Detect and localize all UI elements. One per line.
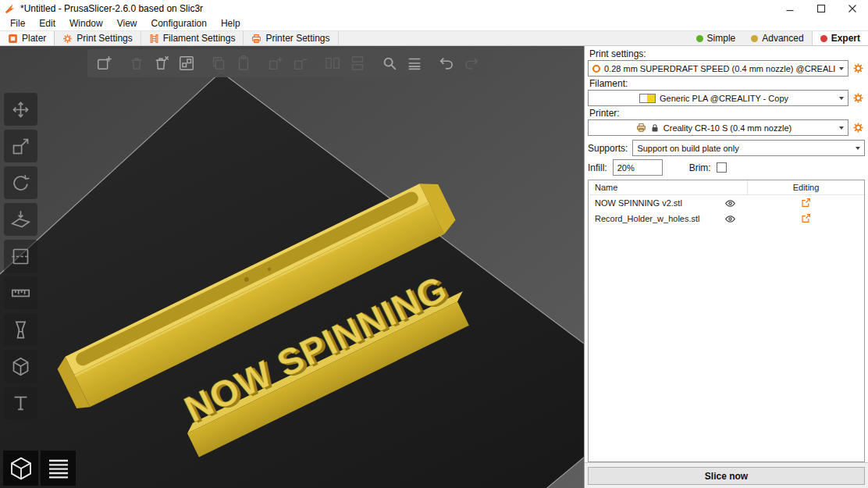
lock-icon	[650, 123, 660, 133]
filament-label: Filament:	[589, 78, 865, 89]
chevron-down-icon	[856, 147, 860, 150]
filament-spool-icon	[149, 34, 159, 44]
supports-combo[interactable]: Support on build plate only	[632, 140, 865, 156]
edit-icon[interactable]	[801, 198, 811, 209]
split-to-parts-button[interactable]	[345, 52, 370, 75]
title-bar: *Untitled - PrusaSlicer-2.6.0 based on S…	[0, 0, 868, 16]
tab-filament-settings[interactable]: Filament Settings	[141, 31, 244, 45]
close-button[interactable]	[837, 0, 868, 16]
top-toolbar	[87, 49, 489, 77]
close-icon	[848, 4, 857, 13]
menu-configuration[interactable]: Configuration	[144, 18, 214, 29]
place-on-face-tool-button[interactable]	[4, 203, 37, 236]
printer-preset-icon	[636, 123, 646, 133]
mode-switcher: Simple Advanced Expert	[688, 31, 868, 45]
layers-view-icon	[46, 456, 71, 481]
printer-combo[interactable]: Creality CR-10 S (0.4 mm nozzle)	[588, 119, 848, 136]
infill-combo[interactable]: 20%	[613, 159, 663, 176]
app-logo-icon	[5, 3, 16, 14]
layers-view-button[interactable]	[41, 451, 76, 486]
eye-icon[interactable]	[724, 198, 736, 209]
redo-button[interactable]	[459, 52, 484, 75]
paint-supports-tool-button[interactable]	[4, 313, 37, 346]
prusaslicer-window: *Untitled - PrusaSlicer-2.6.0 based on S…	[0, 0, 868, 488]
move-tool-button[interactable]	[4, 93, 37, 126]
maximize-icon	[816, 4, 826, 13]
chevron-down-icon	[839, 126, 844, 130]
arrange-button[interactable]	[174, 52, 199, 75]
object-list-panel: Name Editing NOW SPINNING v2.stl	[588, 180, 865, 462]
supports-label: Supports:	[588, 143, 628, 154]
menu-window[interactable]: Window	[62, 18, 110, 29]
edit-icon[interactable]	[801, 213, 811, 225]
expert-mode-dot-icon	[820, 35, 827, 42]
scale-tool-button[interactable]	[4, 130, 37, 162]
add-instance-button[interactable]	[263, 52, 288, 75]
delete-button[interactable]	[124, 52, 149, 75]
sidebar: Print settings: 0.28 mm SUPERDRAFT SPEED…	[584, 46, 868, 488]
print-preset-icon	[592, 65, 600, 73]
printer-icon	[251, 34, 261, 44]
maximize-button[interactable]	[806, 0, 837, 16]
printer-label: Printer:	[589, 108, 865, 119]
eye-icon[interactable]	[724, 213, 736, 225]
object-list-header: Name Editing	[589, 180, 864, 195]
cut-tool-button[interactable]	[4, 240, 37, 272]
3d-viewport[interactable]: NOW SPINNING NOW SPINNING	[0, 46, 584, 488]
split-to-objects-button[interactable]	[320, 52, 345, 75]
print-settings-gear-button[interactable]	[852, 62, 865, 75]
undo-button[interactable]	[434, 52, 459, 75]
brim-checkbox[interactable]	[717, 162, 727, 173]
view-mode-buttons	[3, 451, 76, 486]
tab-plater[interactable]: Plater	[0, 31, 55, 45]
tab-bar: Plater Print Settings Filament Settings …	[0, 30, 868, 46]
slice-now-button[interactable]: Slice now	[588, 467, 865, 485]
object-row[interactable]: Record_Holder_w_holes.stl	[589, 211, 864, 226]
mode-simple[interactable]: Simple	[688, 31, 744, 45]
left-toolbar	[4, 93, 37, 419]
simple-mode-dot-icon	[696, 35, 703, 42]
solid-view-cube-icon	[9, 456, 34, 481]
printer-gear-button[interactable]	[852, 121, 865, 134]
sidebar-footer: Slice now	[585, 462, 868, 488]
variable-layer-height-button[interactable]	[402, 52, 427, 75]
filament-color-swatch	[639, 94, 656, 103]
tab-printer-settings[interactable]: Printer Settings	[244, 31, 338, 45]
print-settings-gear-icon	[62, 34, 73, 44]
mode-advanced[interactable]: Advanced	[743, 31, 811, 45]
chevron-down-icon	[839, 67, 844, 70]
plater-icon	[8, 34, 18, 44]
name-column-header: Name	[589, 183, 747, 192]
copy-button[interactable]	[206, 52, 231, 75]
add-object-button[interactable]	[92, 52, 117, 75]
advanced-mode-dot-icon	[751, 35, 758, 42]
text-emboss-tool-button[interactable]	[4, 386, 37, 419]
print-settings-combo[interactable]: 0.28 mm SUPERDRAFT SPEED (0.4 mm nozzle)…	[588, 60, 848, 77]
menu-edit[interactable]: Edit	[32, 18, 62, 29]
chevron-down-icon	[839, 97, 844, 100]
measure-tool-button[interactable]	[4, 276, 37, 309]
delete-all-button[interactable]	[149, 52, 174, 75]
minimize-button[interactable]	[774, 0, 806, 16]
window-title: *Untitled - PrusaSlicer-2.6.0 based on S…	[20, 3, 203, 14]
menu-bar: File Edit Window View Configuration Help	[0, 16, 868, 30]
object-row[interactable]: NOW SPINNING v2.stl	[589, 195, 864, 211]
menu-file[interactable]: File	[3, 18, 32, 29]
mode-expert[interactable]: Expert	[812, 31, 868, 45]
object-name[interactable]: NOW SPINNING v2.stl	[595, 198, 724, 208]
tab-print-settings[interactable]: Print Settings	[55, 31, 141, 45]
paste-button[interactable]	[231, 52, 256, 75]
search-button[interactable]	[377, 52, 402, 75]
minimize-icon	[785, 4, 795, 13]
menu-help[interactable]: Help	[214, 18, 247, 29]
solid-view-button[interactable]	[3, 451, 38, 486]
filament-combo[interactable]: Generic PLA @CREALITY - Copy	[588, 90, 848, 106]
infill-label: Infill:	[588, 162, 607, 173]
rotate-tool-button[interactable]	[4, 166, 37, 199]
object-name[interactable]: Record_Holder_w_holes.stl	[595, 214, 724, 223]
remove-instance-button[interactable]	[288, 52, 313, 75]
filament-gear-button[interactable]	[852, 91, 865, 105]
print-settings-label: Print settings:	[589, 48, 865, 59]
seam-tool-button[interactable]	[4, 350, 37, 383]
menu-view[interactable]: View	[110, 18, 144, 29]
